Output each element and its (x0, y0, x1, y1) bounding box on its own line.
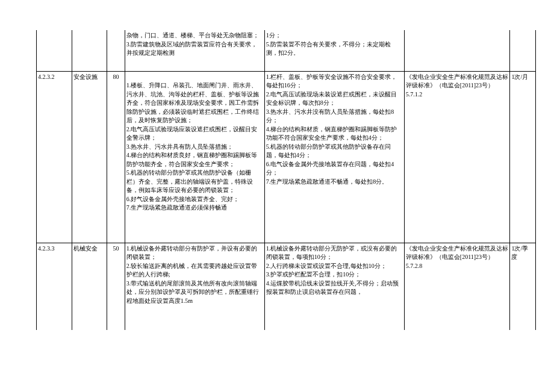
standards-table: 杂物，门口、通道、楼梯、平台等处无杂物阻塞； 3.防雷建筑物及区域的防雷装置应符… (36, 30, 536, 330)
cell-name: 安全设施 (72, 71, 107, 243)
cell-basis: 《发电企业安全生产标准化规范及达标评级标准》（电监会[2011]23号）5.7.… (404, 71, 510, 243)
cell-score (107, 30, 125, 71)
table-row: 4.2.3.2 安全设施 80 1.楼板、升降口、吊装孔、地面闸门井、雨水井、污… (37, 71, 536, 243)
table-row: 4.2.3.3 机械安全 50 1.机械设备外露转动部分有防护罩，并设有必要的闭… (37, 243, 536, 330)
cell-basis (404, 30, 510, 71)
cell-frequency (510, 30, 536, 71)
cell-requirements: 1.机械设备外露转动部分有防护罩，并设有必要的闭锁装置； 2.较长输送距离的机械… (125, 243, 264, 330)
cell-score: 80 (107, 71, 125, 243)
cell-criteria: 1.栏杆、盖板、护板等安全设施不符合安全要求，每处扣16分； 2.电气高压试验现… (264, 71, 404, 243)
cell-name: 机械安全 (72, 243, 107, 330)
cell-criteria: 1分； 5.防雷装置不符合有关要求，不得分；未定期检测，扣2分。 (264, 30, 404, 71)
cell-basis: 《发电企业安全生产标准化规范及达标评级标准》（电监会[2011]23号）5.7.… (404, 243, 510, 330)
table-row: 杂物，门口、通道、楼梯、平台等处无杂物阻塞； 3.防雷建筑物及区域的防雷装置应符… (37, 30, 536, 71)
cell-score: 50 (107, 243, 125, 330)
cell-index: 4.2.3.2 (37, 71, 72, 243)
cell-frequency: 1次/季度 (510, 243, 536, 330)
document-page: 杂物，门口、通道、楼梯、平台等处无杂物阻塞； 3.防雷建筑物及区域的防雷装置应符… (36, 30, 536, 330)
cell-criteria: 1.机械设备外露转动部分无防护罩，或没有必要的闭锁装置，每项扣10分； 2.人行… (264, 243, 404, 330)
cell-requirements: 杂物，门口、通道、楼梯、平台等处无杂物阻塞； 3.防雷建筑物及区域的防雷装置应符… (125, 30, 264, 71)
cell-frequency: 1次/月 (510, 71, 536, 243)
cell-requirements: 1.楼板、升降口、吊装孔、地面闸门井、雨水井、污水井、坑池、沟等处的栏杆、盖板、… (125, 71, 264, 243)
cell-index: 4.2.3.3 (37, 243, 72, 330)
cell-index (37, 30, 72, 71)
cell-name (72, 30, 107, 71)
